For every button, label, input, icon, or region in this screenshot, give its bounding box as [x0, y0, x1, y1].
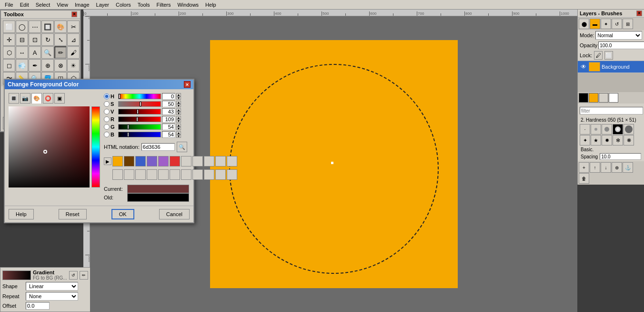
tool-rect-select[interactable]: ⬜ [3, 21, 15, 33]
tool-free-select[interactable]: ⋯ [29, 21, 41, 33]
tool-paintbrush[interactable]: 🖌 [67, 46, 80, 59]
picker-tab-1[interactable]: 🔳 [9, 93, 19, 104]
raise-layer-btn[interactable]: ↑ [590, 162, 600, 173]
recent-swatch-6[interactable] [170, 156, 180, 166]
ok-button[interactable]: OK [111, 209, 134, 219]
radio-v[interactable] [104, 109, 110, 114]
picker-tab-4[interactable]: ⭕ [43, 93, 53, 104]
menu-filters[interactable]: Filters [154, 1, 174, 8]
input-h[interactable] [162, 93, 175, 100]
layer-visibility-icon[interactable]: 👁 [580, 63, 587, 71]
delete-layer-btn[interactable]: 🗑 [579, 173, 589, 184]
menu-image[interactable]: Image [72, 1, 92, 8]
radio-b[interactable] [104, 132, 110, 137]
color-square[interactable] [9, 106, 90, 187]
tool-eraser[interactable]: ◻ [3, 59, 15, 72]
tool-shear[interactable]: ⊿ [67, 33, 80, 46]
menu-tools[interactable]: Tools [135, 1, 153, 8]
offset-input[interactable] [26, 302, 50, 310]
input-v[interactable] [162, 108, 175, 115]
tool-airbrush[interactable]: 💨 [16, 59, 28, 72]
radio-h[interactable] [104, 94, 110, 99]
brush-item-splat2[interactable]: ✻ [613, 135, 623, 146]
tool-move[interactable]: ✛ [3, 33, 15, 46]
input-r[interactable] [162, 116, 175, 123]
gradient-reset-btn[interactable]: ↺ [69, 271, 78, 280]
menu-colors[interactable]: Colors [113, 1, 134, 8]
layers-tb-icon1[interactable]: ⬤ [579, 19, 589, 29]
swatch-gray[interactable] [599, 93, 608, 103]
recent-swatch-18[interactable] [181, 169, 191, 180]
layers-close-button[interactable]: × [636, 10, 642, 16]
radio-r[interactable] [104, 116, 110, 122]
arrow-s-down[interactable]: ▼ [176, 104, 181, 107]
recent-swatch-19[interactable] [192, 169, 203, 180]
duplicate-layer-btn[interactable]: ⊕ [612, 162, 622, 173]
recent-swatch-2[interactable] [124, 156, 134, 166]
recent-swatch-1[interactable] [112, 156, 123, 166]
tool-perspective[interactable]: ⬡ [3, 46, 15, 59]
tool-flip[interactable]: ↔ [16, 46, 28, 59]
input-s[interactable] [162, 101, 175, 107]
anchor-layer-btn[interactable]: ⚓ [623, 162, 633, 173]
arrow-h-up[interactable]: ▲ [176, 93, 181, 96]
radio-g[interactable] [104, 124, 110, 130]
menu-windows[interactable]: Windows [174, 1, 201, 8]
tool-align[interactable]: ⊟ [16, 33, 28, 46]
recent-swatch-3[interactable] [135, 156, 146, 166]
recent-swatch-13[interactable] [124, 169, 134, 180]
lock-alpha-btn[interactable]: ⬜ [604, 51, 613, 60]
recent-swatch-14[interactable] [135, 169, 146, 180]
tool-ellipse-select[interactable]: ◯ [16, 21, 28, 33]
radio-s[interactable] [104, 101, 110, 107]
opacity-input[interactable] [598, 42, 644, 49]
arrow-g-up[interactable]: ▲ [176, 124, 181, 127]
swatch-orange[interactable] [589, 93, 598, 103]
slider-track-b[interactable] [118, 132, 161, 137]
recent-swatch-17[interactable] [170, 169, 180, 180]
lower-layer-btn[interactable]: ↓ [601, 162, 611, 173]
arrow-s-up[interactable]: ▲ [176, 101, 181, 104]
arrow-v-up[interactable]: ▲ [176, 108, 181, 112]
brush-item-lg-circle[interactable] [624, 124, 634, 135]
tool-fuzzy-select[interactable]: 🔲 [41, 21, 54, 33]
layers-tb-icon4[interactable]: ↺ [612, 19, 622, 29]
tool-heal[interactable]: ⊗ [54, 59, 67, 72]
tool-pencil[interactable]: ✏ [54, 46, 67, 59]
recent-swatch-5[interactable] [158, 156, 169, 166]
canvas[interactable] [210, 40, 458, 288]
filter-input[interactable] [580, 107, 643, 114]
layers-tb-expand[interactable]: ⊞ [623, 19, 633, 29]
brush-item-active[interactable] [613, 124, 623, 135]
html-pick-button[interactable]: 🔍 [177, 142, 187, 152]
tool-select-by-color[interactable]: 🎨 [54, 21, 67, 33]
picker-tab-3[interactable]: 🎨 [31, 93, 42, 104]
html-notation-input[interactable] [141, 143, 175, 151]
picker-tab-5[interactable]: ▣ [54, 93, 65, 104]
recent-swatch-7[interactable] [181, 156, 191, 166]
cancel-button[interactable]: Cancel [159, 209, 190, 219]
swatch-white[interactable] [609, 93, 618, 103]
arrow-r-down[interactable]: ▼ [176, 119, 181, 123]
mode-select[interactable]: Normal Multiply Screen [595, 31, 642, 40]
recent-swatch-4[interactable] [147, 156, 157, 166]
help-button[interactable]: Help [9, 209, 34, 219]
tool-text[interactable]: A [29, 46, 41, 59]
shape-select[interactable]: Linear Radial [26, 282, 78, 291]
brush-item-md-circle[interactable] [602, 124, 612, 135]
arrow-b-down[interactable]: ▼ [176, 135, 181, 138]
slider-track-r[interactable] [118, 116, 161, 122]
tool-color-picker[interactable]: 🔍 [41, 46, 54, 59]
layer-item-background[interactable]: 👁 Background [578, 61, 644, 73]
picker-tab-2[interactable]: 📷 [20, 93, 30, 104]
tool-crop[interactable]: ⊡ [29, 33, 41, 46]
new-layer-btn[interactable]: + [579, 162, 589, 173]
repeat-select[interactable]: None Sawtooth Triangular [26, 292, 78, 301]
arrow-g-down[interactable]: ▼ [176, 127, 181, 130]
menu-help[interactable]: Help [202, 1, 219, 8]
arrow-h-down[interactable]: ▼ [176, 96, 181, 100]
slider-track-v[interactable] [118, 109, 161, 114]
layers-tb-icon3[interactable]: ✦ [601, 19, 611, 29]
arrow-v-down[interactable]: ▼ [176, 112, 181, 115]
recent-swatch-15[interactable] [147, 169, 157, 180]
